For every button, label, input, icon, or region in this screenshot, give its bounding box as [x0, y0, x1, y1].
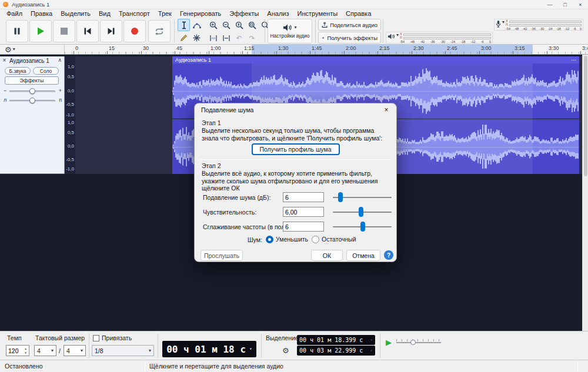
menu-track[interactable]: Трек — [154, 9, 176, 18]
noise-reduction-input[interactable] — [283, 192, 324, 202]
snap-select[interactable]: 1/8 ▾ — [92, 345, 154, 356]
timeline-options-button[interactable]: ⚙ ▾ — [0, 45, 65, 54]
slider-thumb[interactable] — [359, 207, 363, 217]
clip-header[interactable]: Аудиозапись 1 ⋯ — [172, 56, 579, 63]
menu-effects[interactable]: Эффекты — [225, 9, 263, 18]
time-signature-upper-select[interactable]: 4 ▾ — [34, 345, 56, 356]
sensitivity-label: Чувствительность: — [203, 207, 256, 217]
noise-reduction-slider[interactable] — [333, 192, 392, 202]
zoom-out-button[interactable] — [220, 19, 232, 31]
skip-to-end-button[interactable] — [100, 20, 122, 42]
track-collapse-button[interactable]: ∧ — [58, 57, 62, 63]
pan-slider-track[interactable] — [9, 100, 55, 102]
residue-radio[interactable] — [312, 236, 319, 243]
stop-button[interactable] — [53, 20, 75, 42]
help-button[interactable]: ? — [384, 250, 393, 260]
menu-analyze[interactable]: Анализ — [263, 9, 293, 18]
get-noise-profile-button[interactable]: Получить профиль шума — [251, 143, 339, 155]
selection-options-gear-icon[interactable]: ⚙ — [282, 347, 289, 354]
volume-slider-thumb[interactable] — [29, 88, 35, 94]
recording-meter[interactable]: ▾ Л П -54-48-42-36-30-24-18-12-60 — [494, 19, 583, 31]
selection-start-field[interactable]: 00 ч 01 м 18.399 с ▾ — [297, 335, 375, 345]
solo-button[interactable]: Соло — [33, 67, 59, 75]
smoothing-input[interactable] — [283, 222, 324, 232]
vertical-scrollbar-thumb[interactable] — [584, 56, 587, 176]
ruler-tick-label: 15 — [109, 45, 115, 51]
share-audio-button[interactable]: Поделиться аудио — [318, 19, 381, 31]
undo-button[interactable]: ↶ — [233, 32, 245, 44]
time-signature-lower-value: 4 — [66, 347, 70, 354]
envelope-tool-button[interactable] — [191, 19, 203, 31]
dialog-close-button[interactable]: × — [377, 104, 395, 115]
minimize-button[interactable]: — — [542, 0, 557, 9]
audacity-logo-icon — [3, 2, 8, 7]
audio-setup-button[interactable]: ▾ Настройки аудио — [268, 19, 312, 43]
menu-edit[interactable]: Правка — [26, 9, 56, 18]
smoothing-slider[interactable] — [333, 222, 392, 232]
ok-button[interactable]: ОК — [311, 250, 343, 261]
timeline-scale[interactable]: 0 15 30 45 1:00 1:15 1:30 1:45 2:00 2:15… — [65, 45, 588, 54]
sensitivity-input[interactable] — [283, 207, 324, 217]
smoothing-row: Сглаживание частоты (в полосах): — [195, 222, 396, 232]
cancel-button[interactable]: Отмена — [346, 250, 380, 261]
vertical-scrollbar[interactable] — [582, 55, 588, 331]
speaker-icon — [283, 24, 292, 32]
close-button[interactable]: × — [573, 0, 588, 9]
zoom-selection-button[interactable] — [233, 19, 245, 31]
play-speed-slider[interactable] — [396, 339, 441, 346]
selection-tool-button[interactable] — [178, 19, 190, 31]
spinner-down-icon[interactable]: ▾ — [25, 351, 26, 354]
track-close-button[interactable]: × — [1, 57, 8, 63]
audio-position-display[interactable]: 00 ч 01 м 18 с ▾ — [162, 341, 256, 357]
reduce-radio[interactable] — [266, 236, 273, 243]
play-speed-thumb[interactable] — [410, 340, 416, 345]
pan-slider-thumb[interactable] — [29, 98, 35, 103]
loop-button[interactable] — [148, 20, 171, 42]
menu-help[interactable]: Справка — [342, 9, 375, 18]
trim-audio-button[interactable] — [207, 32, 219, 44]
preview-button[interactable]: Прослушать — [201, 250, 243, 261]
residue-radio-label[interactable]: Остаточный — [322, 234, 356, 244]
menu-generate[interactable]: Генерировать — [176, 9, 225, 18]
snap-label[interactable]: Привязать — [102, 334, 132, 341]
zoom-fit-button[interactable] — [246, 19, 258, 31]
sensitivity-slider[interactable] — [333, 207, 392, 217]
pan-slider[interactable]: л п — [0, 96, 65, 105]
vertical-scale[interactable]: 1,0 0,5 0,0 -0,5 -1,0 1,0 0,5 0,0 -0,5 -… — [65, 56, 75, 174]
track-effects-button[interactable]: Эффекты — [5, 76, 59, 85]
play-at-speed-button[interactable]: ▶ — [383, 337, 394, 347]
play-button[interactable] — [29, 20, 52, 42]
zoom-in-button[interactable] — [207, 19, 219, 31]
draw-tool-button[interactable] — [178, 32, 190, 44]
menu-transport[interactable]: Транспорт — [115, 9, 154, 18]
mute-button[interactable]: Б.звука — [5, 67, 31, 75]
record-button[interactable] — [123, 20, 146, 42]
ibeam-icon — [181, 21, 188, 29]
reduce-radio-label[interactable]: Уменьшить — [276, 234, 308, 244]
get-effects-button[interactable]: Получить эффекты — [318, 32, 381, 43]
volume-slider[interactable]: − + — [0, 87, 65, 95]
pause-button[interactable] — [6, 20, 28, 42]
slider-thumb[interactable] — [360, 222, 365, 232]
redo-button[interactable]: ↷ — [246, 32, 258, 44]
menu-view[interactable]: Вид — [95, 9, 115, 18]
playback-meter[interactable]: ▾ Л П -54-48-42-36-30-24-18-12-60 — [386, 32, 493, 43]
silence-audio-button[interactable] — [220, 32, 232, 44]
snap-checkbox[interactable] — [93, 335, 99, 341]
clip-menu-icon[interactable]: ⋯ — [571, 56, 576, 63]
tempo-spinner[interactable]: ▴ ▾ — [22, 346, 29, 356]
multi-tool-button[interactable] — [191, 32, 203, 44]
time-signature-lower-select[interactable]: 4 ▾ — [64, 345, 86, 356]
maximize-button[interactable]: □ — [557, 0, 573, 9]
menu-select[interactable]: Выделить — [56, 9, 95, 18]
volume-slider-track[interactable] — [9, 91, 55, 92]
slider-thumb[interactable] — [338, 192, 343, 202]
skip-to-start-button[interactable] — [76, 20, 99, 42]
menu-tools[interactable]: Инструменты — [293, 9, 342, 18]
selection-end-field[interactable]: 00 ч 03 м 22.999 с ▾ — [297, 346, 375, 356]
menu-file[interactable]: Файл — [2, 9, 26, 18]
selection-start-value: 00 ч 01 м 18.399 с — [299, 337, 363, 343]
spinner-up-icon[interactable]: ▴ — [25, 347, 26, 350]
status-state: Остановлено — [5, 362, 43, 371]
track-title[interactable]: Аудиозапись 1 — [9, 58, 49, 64]
